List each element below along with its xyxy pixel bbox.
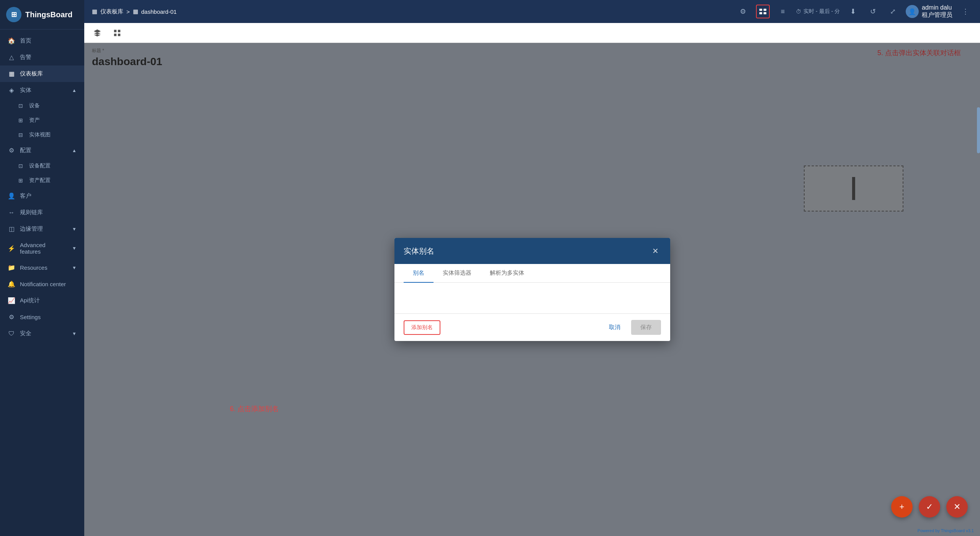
download-button[interactable]: ⬇ [846,5,860,18]
entity-alias-button[interactable] [756,5,770,18]
svg-rect-7 [118,33,120,36]
sidebar-item-edge[interactable]: ◫ 边缘管理 ▼ [0,221,84,237]
breadcrumb: ▦ 仪表板库 > ▦ dashboard-01 [92,8,736,15]
entity-icon: ◈ [8,87,15,94]
fab-add-button[interactable]: + [891,496,913,518]
asset-icon: ⊞ [17,117,25,123]
advanced-icon: ⚡ [8,245,15,252]
overlay: 实体别名 ✕ 别名 实体筛选器 解析为多实体 添加别名 取消 保存 6. 点击添… [84,43,980,536]
avatar: 👤 [906,5,919,18]
svg-rect-1 [764,9,766,11]
sidebar-item-asset[interactable]: ⊞ 资产 [0,113,84,128]
time-selector[interactable]: ⏱ 实时 - 最后 - 分 [796,8,840,15]
resources-icon: 📁 [8,264,15,271]
config-icon: ⚙ [8,147,15,154]
scroll-indicator[interactable] [977,107,980,153]
sidebar-item-label: 实体视图 [29,131,51,138]
breadcrumb-sep: > [126,8,130,15]
tab-resolve-multi[interactable]: 解析为多实体 [481,264,533,283]
sidebar-item-label: 资产配置 [29,177,51,184]
sidebar-item-security[interactable]: 🛡 安全 ▼ [0,325,84,342]
svg-rect-5 [118,30,120,32]
sidebar-item-notification[interactable]: 🔔 Notification center [0,276,84,292]
chevron-down-icon: ▼ [72,226,77,232]
add-alias-button[interactable]: 添加别名 [404,320,440,335]
breadcrumb-text1: 仪表板库 [100,8,123,15]
history-button[interactable]: ↺ [866,5,880,18]
dashboard-icon: ▦ [8,70,15,77]
svg-rect-3 [764,12,766,15]
sidebar-item-rulechain[interactable]: ↔ 规则链库 [0,204,84,221]
api-icon: 📈 [8,297,15,304]
sidebar-item-device-profile[interactable]: ⊡ 设备配置 [0,159,84,173]
sidebar-item-label: Advanced features [20,242,67,255]
asset-profile-icon: ⊞ [17,177,25,184]
user-menu[interactable]: 👤 admin dalu 租户管理员 [906,4,952,19]
dialog-footer: 添加别名 取消 保存 [394,313,670,341]
device-profile-icon: ⊡ [17,163,25,169]
fullscreen-button[interactable]: ⤢ [886,5,900,18]
sidebar-item-label: 边缘管理 [20,225,43,233]
sidebar-item-entity-view[interactable]: ⊟ 实体视图 [0,128,84,142]
sidebar-item-api[interactable]: 📈 Api统计 [0,292,84,309]
grid-tab[interactable] [110,26,124,40]
sidebar-item-settings[interactable]: ⚙ Settings [0,309,84,325]
svg-rect-6 [114,33,116,36]
sidebar-item-label: 实体 [20,87,31,94]
user-info: admin dalu 租户管理员 [922,4,952,19]
settings-icon: ⚙ [8,313,15,321]
user-role: 租户管理员 [922,11,952,19]
svg-rect-0 [759,9,762,11]
app-name: ThingsBoard [25,10,72,19]
sidebar-item-alarm[interactable]: △ 告警 [0,49,84,66]
sidebar-item-home[interactable]: 🏠 首页 [0,33,84,49]
step6-annotation: 6. 点击添加别名 [230,404,279,413]
topbar-right: ⚙ ≡ ⏱ 实时 - 最后 - 分 ⬇ ↺ ⤢ 👤 admin dalu 租户管… [736,4,972,19]
tab-alias[interactable]: 别名 [404,264,434,283]
sidebar-nav: 🏠 首页 △ 告警 ▦ 仪表板库 ◈ 实体 ▲ ⊡ 设备 ⊞ 资产 ⊟ 实体视图 [0,30,84,536]
entity-alias-dialog: 实体别名 ✕ 别名 实体筛选器 解析为多实体 添加别名 取消 保存 [394,238,670,341]
chevron-down-icon: ▼ [72,331,77,336]
fab-confirm-button[interactable]: ✓ [919,496,940,518]
sidebar-item-label: 客户 [20,192,31,200]
chevron-down-icon: ▼ [72,265,77,270]
sidebar-item-label: Notification center [20,281,66,287]
dialog-tabs: 别名 实体筛选器 解析为多实体 [394,264,670,283]
sidebar-item-advanced[interactable]: ⚡ Advanced features ▼ [0,237,84,259]
logo-icon: ⊞ [6,7,21,22]
sidebar-item-label: Resources [20,264,47,271]
sidebar-item-dashboard[interactable]: ▦ 仪表板库 [0,66,84,82]
cancel-button[interactable]: 取消 [603,320,627,335]
fab-cancel-button[interactable]: ✕ [946,496,968,518]
save-button: 保存 [631,320,661,335]
sidebar-item-config[interactable]: ⚙ 配置 ▲ [0,142,84,159]
dialog-footer-right: 取消 保存 [603,320,661,335]
sidebar-item-customer[interactable]: 👤 客户 [0,188,84,204]
sidebar-item-asset-profile[interactable]: ⊞ 资产配置 [0,173,84,188]
svg-rect-2 [759,12,762,15]
settings-button[interactable]: ⚙ [736,5,750,18]
sidebar-item-resources[interactable]: 📁 Resources ▼ [0,259,84,276]
security-icon: 🛡 [8,330,15,337]
dialog-content [394,283,670,313]
filter-button[interactable]: ≡ [776,5,790,18]
topbar: ▦ 仪表板库 > ▦ dashboard-01 ⚙ ≡ ⏱ 实时 - 最后 - … [84,0,980,23]
powered-by: Powered by ThingsBoard v3.1 [918,528,974,533]
close-button[interactable]: ✕ [650,246,661,256]
more-button[interactable]: ⋮ [959,5,972,18]
entity-view-icon: ⊟ [17,132,25,138]
username: admin dalu [922,4,952,11]
sidebar-item-device[interactable]: ⊡ 设备 [0,98,84,113]
chevron-up-icon: ▲ [72,88,77,93]
sidebar-item-entity[interactable]: ◈ 实体 ▲ [0,82,84,98]
edge-icon: ◫ [8,225,15,233]
sidebar-item-label: Api统计 [20,297,40,304]
dialog-header: 实体别名 ✕ [394,238,670,264]
layers-tab[interactable] [90,26,104,40]
tab-entity-filter[interactable]: 实体筛选器 [434,264,481,283]
chevron-up-icon: ▲ [72,148,77,153]
alarm-icon: △ [8,54,15,61]
svg-rect-4 [114,30,116,32]
sidebar-item-label: 仪表板库 [20,70,43,77]
sidebar-item-label: 配置 [20,147,31,154]
